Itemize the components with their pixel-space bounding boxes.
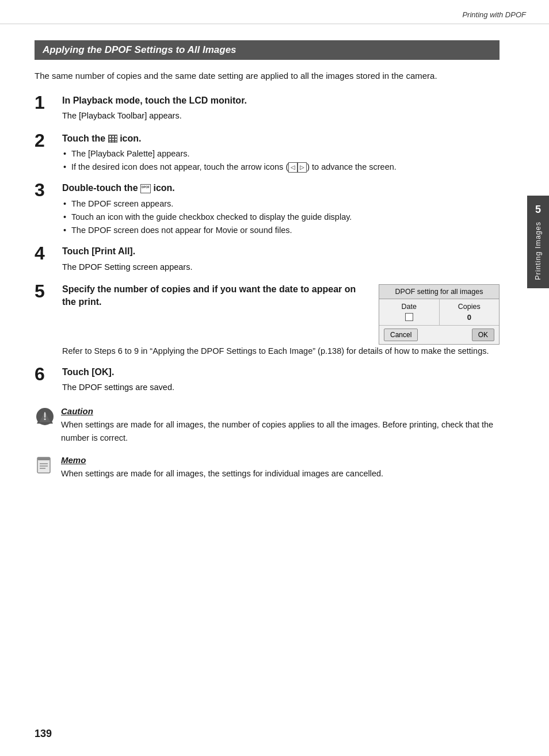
memo-body: Memo When settings are made for all imag…	[61, 455, 500, 480]
step-1-sub: The [Playback Toolbar] appears.	[62, 109, 500, 123]
step-3-content: Double-touch the icon. The DPOF screen a…	[62, 182, 500, 237]
memo-block: Memo When settings are made for all imag…	[35, 455, 500, 480]
page-number: 139	[35, 728, 52, 740]
step-2-content: Touch the icon. The [Playback Palette] a…	[62, 132, 500, 174]
dpof-screen-title: DPOF setting for all images	[379, 285, 499, 299]
step-5-number: 5	[35, 282, 56, 300]
dpof-copies-cell: Copies 0	[440, 299, 500, 325]
step-4: 4 Touch [Print All]. The DPOF Setting sc…	[35, 245, 500, 275]
step-2-bullets: The [Playback Palette] appears. If the d…	[62, 147, 500, 174]
dpof-date-cell: Date	[379, 299, 440, 325]
dpof-screen: DPOF setting for all images Date Copies …	[379, 284, 500, 345]
step-1: 1 In Playback mode, touch the LCD monito…	[35, 94, 500, 124]
step-2-number: 2	[35, 131, 56, 150]
main-content: Applying the DPOF Settings to All Images…	[0, 24, 527, 503]
step-5-layout: Specify the number of copies and if you …	[62, 283, 500, 345]
memo-title: Memo	[61, 455, 500, 465]
step-6-content: Touch [OK]. The DPOF settings are saved.	[62, 366, 500, 396]
caution-text: When settings are made for all images, t…	[61, 418, 500, 445]
step-2-bullet-1: The [Playback Palette] appears.	[62, 147, 500, 161]
step-5-sub: Refer to Steps 6 to 9 in “Applying the D…	[62, 345, 500, 358]
step-5: 5 Specify the number of copies and if yo…	[35, 283, 500, 358]
step-4-title: Touch [Print All].	[62, 245, 500, 258]
step-3-number: 3	[35, 181, 56, 199]
step-5-title: Specify the number of copies and if you …	[62, 283, 369, 309]
step-2-title: Touch the icon.	[62, 132, 500, 145]
memo-icon	[35, 455, 55, 476]
step-3-bullet-1: The DPOF screen appears.	[62, 197, 500, 211]
step-3-title: Double-touch the icon.	[62, 182, 500, 194]
memo-svg	[36, 457, 54, 474]
step-2-bullet-2: If the desired icon does not appear, tou…	[62, 161, 500, 174]
left-arrow-icon: ◁	[288, 162, 298, 173]
svg-rect-3	[37, 457, 50, 460]
step-6: 6 Touch [OK]. The DPOF settings are save…	[35, 366, 500, 396]
step-3-bullets: The DPOF screen appears. Touch an icon w…	[62, 197, 500, 238]
dpof-cancel-button[interactable]: Cancel	[384, 329, 418, 341]
step-5-text: Specify the number of copies and if you …	[62, 283, 369, 311]
step-6-number: 6	[35, 365, 56, 383]
dpof-copies-label: Copies	[442, 303, 497, 311]
memo-text: When settings are made for all images, t…	[61, 467, 500, 480]
side-tab: 5 Printing Images	[527, 196, 549, 288]
step-4-number: 4	[35, 244, 56, 262]
page-header: Printing with DPOF	[0, 0, 549, 24]
step-6-title: Touch [OK].	[62, 366, 500, 379]
dpof-date-checkbox[interactable]	[405, 313, 413, 321]
caution-title: Caution	[61, 406, 500, 416]
dpof-date-label: Date	[382, 303, 437, 311]
step-6-sub: The DPOF settings are saved.	[62, 381, 500, 394]
dpof-copies-value: 0	[442, 313, 497, 322]
step-3-bullet-2: Touch an icon with the guide checkbox ch…	[62, 211, 500, 224]
side-tab-label: Printing Images	[534, 222, 542, 280]
step-2: 2 Touch the icon. The [Playback Palette]…	[35, 132, 500, 174]
dpof-ok-button[interactable]: OK	[472, 329, 494, 341]
intro-text: The same number of copies and the same d…	[35, 69, 500, 83]
step-5-content: Specify the number of copies and if you …	[62, 283, 500, 358]
side-tab-number: 5	[535, 204, 541, 216]
right-arrow-icon: ▷	[298, 162, 307, 173]
caution-icon: !	[35, 406, 55, 427]
section-title: Applying the DPOF Settings to All Images	[35, 40, 500, 60]
step-3-bullet-3: The DPOF screen does not appear for Movi…	[62, 224, 500, 237]
step-1-content: In Playback mode, touch the LCD monitor.…	[62, 94, 500, 124]
step-3: 3 Double-touch the icon. The DPOF screen…	[35, 182, 500, 237]
step-1-number: 1	[35, 93, 56, 112]
grid-icon	[108, 135, 117, 143]
caution-svg: !	[36, 407, 54, 426]
step-1-title: In Playback mode, touch the LCD monitor.	[62, 94, 500, 107]
header-text: Printing with DPOF	[462, 10, 526, 19]
caution-body: Caution When settings are made for all i…	[61, 406, 500, 445]
dpof-icon	[140, 184, 151, 193]
dpof-footer: Cancel OK	[379, 326, 499, 344]
step-4-content: Touch [Print All]. The DPOF Setting scre…	[62, 245, 500, 275]
caution-block: ! Caution When settings are made for all…	[35, 406, 500, 445]
step-4-sub: The DPOF Setting screen appears.	[62, 261, 500, 274]
dpof-screen-row: Date Copies 0	[379, 299, 499, 326]
